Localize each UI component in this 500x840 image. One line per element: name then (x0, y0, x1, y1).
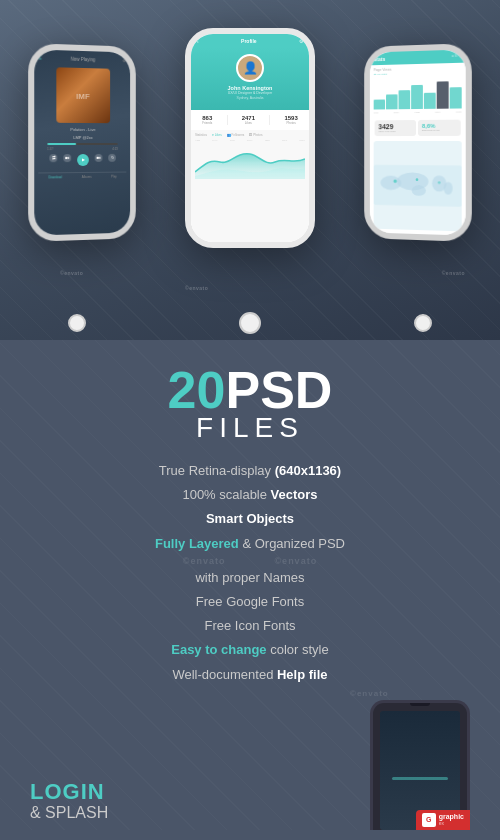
bar-6 (437, 81, 449, 108)
gear-icon[interactable]: ⚙ (299, 38, 303, 44)
repeat-btn[interactable]: ↻ (108, 153, 116, 161)
envato-watermark-2: ©envato (185, 285, 208, 291)
features-list: True Retina-display (640x1136) 100% scal… (30, 462, 470, 684)
feature-retina-bold: (640x1136) (275, 463, 342, 478)
bottom-right: ©envato G graphic ex (370, 700, 470, 830)
likes-label: Likes (242, 121, 255, 125)
envato-mid-watermark: ©envato ©envato (30, 556, 470, 566)
profile-hero: John Kensington UX/UI Designer & Develop… (191, 48, 309, 110)
profile-title: Profile (199, 38, 299, 44)
now-playing-label: Now Playing (42, 56, 122, 63)
playlist-tab[interactable]: Play (111, 174, 117, 178)
feature-docs: Well-documented Help file (30, 666, 470, 684)
feature-color: Easy to change color style (30, 641, 470, 659)
envato-watermark-3: ©envato (442, 270, 465, 276)
bar-3 (399, 90, 411, 110)
divider2 (269, 115, 270, 125)
bottom-area: LOGIN & SPLASH ©envato G graphic ex (30, 700, 470, 830)
month-apr: APR (195, 139, 200, 142)
phones-container: ☰ Now Playing ⚙ Polution - Live LMP @2xx… (0, 0, 500, 340)
bar-labels: JUN JULY AUG OCT NOV (374, 111, 462, 115)
time-labels: 1:37 4:23 (47, 146, 117, 150)
profile-stats: 863 Friends 2471 Likes 1593 Photos (191, 110, 309, 130)
feature-docs-bold: Help file (277, 667, 328, 682)
friends-label: Friends (202, 121, 212, 125)
current-time: 1:37 (47, 147, 53, 151)
lbl-aug: AUG (414, 111, 419, 114)
new-visitors-label: NEW VISITORS (378, 130, 412, 133)
song-title: Polution - Live (71, 127, 96, 132)
bounce-rate-label: BOUNCE RATE (422, 129, 457, 132)
feature-layered-teal: Fully Layered (155, 536, 239, 551)
headline-number: 20 (168, 361, 226, 419)
login-label: LOGIN (30, 780, 108, 804)
play-btn[interactable]: ▶ (77, 153, 89, 165)
month-may: MAY (212, 139, 217, 142)
download-tab[interactable]: Download (48, 175, 61, 179)
content-section: 20PSD FILES True Retina-display (640x113… (0, 340, 500, 830)
albums-tab[interactable]: Albums (82, 174, 92, 178)
content-inner: 20PSD FILES True Retina-display (640x113… (30, 364, 470, 830)
phone-center-home (239, 312, 261, 334)
stats-status: ● 87% (452, 54, 462, 60)
shuffle-btn[interactable]: ⇄ (49, 154, 57, 162)
total-time: 4:23 (112, 146, 118, 150)
lbl-nov: NOV (456, 111, 461, 114)
phone-center: ‹ Profile ⚙ John Kensington UX/UI Design… (185, 28, 315, 248)
bar-7 (450, 87, 462, 108)
followers-tab[interactable]: 👥 Followers (227, 133, 245, 137)
music-header: ☰ Now Playing ⚙ (38, 56, 126, 64)
profile-location: Sydney, Australia (237, 96, 264, 100)
phone-right: Stats ● 87% Page Views ▲ 112 users JUN J… (364, 43, 472, 242)
avatar (236, 54, 264, 82)
chart-x-labels: APR MAY JUN JULY SEP OCT NOV (195, 139, 305, 142)
stats-title: Stats (374, 56, 386, 62)
friends-stat: 863 Friends (202, 115, 212, 125)
artist-name: LMP @2xx (73, 135, 92, 140)
month-july: JULY (247, 139, 253, 142)
feature-vectors: 100% scalable Vectors (30, 486, 470, 504)
photos-tab[interactable]: 🖼 Photos (249, 133, 262, 137)
progress-fill (47, 143, 76, 145)
likes-tab[interactable]: ♥ Likes (212, 133, 222, 137)
feature-icon-fonts: Free Icon Fonts (30, 617, 470, 635)
profile-role: UX/UI Designer & Developer (228, 91, 273, 95)
graphicex-badge[interactable]: G graphic ex (416, 810, 470, 830)
statistics-label: Statistics (195, 133, 207, 137)
month-jun: JUN (230, 139, 235, 142)
stats-header: Stats ● 87% (370, 49, 466, 65)
lbl-oct: OCT (435, 111, 440, 114)
headline-files: FILES (30, 412, 470, 444)
profile-top-bar: ‹ Profile ⚙ (191, 34, 309, 48)
music-controls[interactable]: ⇄ ⏮ ▶ ⏭ ↻ (49, 153, 116, 165)
world-map (374, 141, 462, 231)
settings-icon: ⚙ (123, 58, 127, 63)
month-sep: SEP (265, 139, 270, 142)
lbl-july: JULY (393, 111, 399, 114)
wave-chart (195, 144, 305, 179)
envato-watermark-1: ©envato (60, 270, 83, 276)
stats-bars (374, 78, 462, 110)
bar-1 (374, 99, 385, 110)
month-oct: OCT (282, 139, 287, 142)
prev-btn[interactable]: ⏮ (63, 154, 71, 162)
chart-tabs: Statistics ♥ Likes 👥 Followers 🖼 Photos (195, 133, 305, 137)
graphicex-logo: G (422, 813, 436, 827)
music-tabs: Download Albums Play (38, 171, 126, 179)
graphicex-sub: ex (439, 820, 464, 826)
stats-screen: Stats ● 87% Page Views ▲ 112 users JUN J… (370, 49, 466, 235)
envato-bottom-watermark: ©envato (350, 689, 389, 698)
next-btn[interactable]: ⏭ (95, 153, 103, 161)
feature-names: with proper Names (30, 569, 470, 587)
month-nov: NOV (300, 139, 305, 142)
album-art (56, 67, 110, 123)
feature-smart-bold: Smart Objects (206, 511, 294, 526)
graphicex-name: graphic (439, 813, 464, 820)
bar-5 (424, 92, 436, 109)
graphicex-logo-text: G (426, 816, 431, 823)
likes-stat: 2471 Likes (242, 115, 255, 125)
new-visitors-box: 3429 NEW VISITORS (375, 120, 416, 136)
preview-bar-1 (392, 777, 448, 780)
headline-psd: PSD (225, 361, 332, 419)
photos-stat: 1593 Photos (284, 115, 297, 125)
